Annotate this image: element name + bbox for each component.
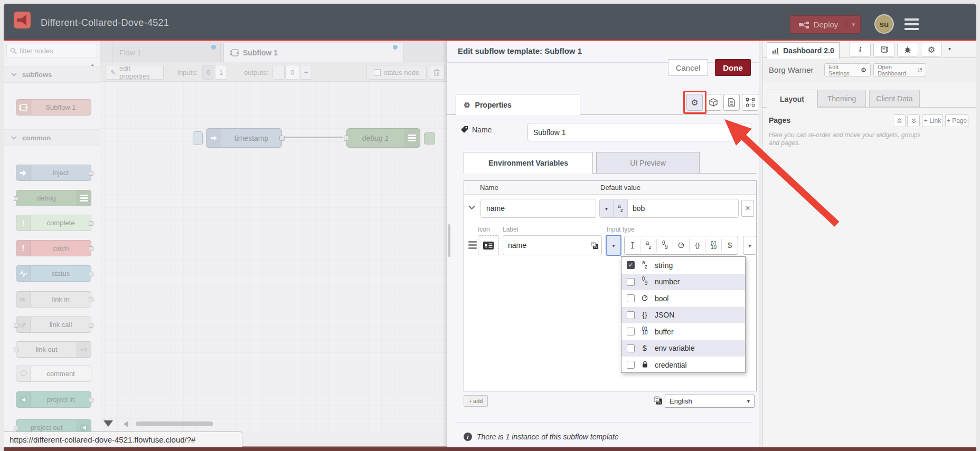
help-tab-button[interactable] [873,43,894,56]
env-type-icon: $ [639,344,650,352]
json-type-icon: {} [689,239,705,252]
language-select[interactable]: English ▼ [665,395,755,408]
input-type-menu: ✓ az string 09 number bool {} JSON [621,256,746,373]
env-var-icon-button[interactable] [478,235,499,255]
ui-widget-dropdown-button[interactable]: ▾ [743,236,757,255]
add-link-button[interactable]: + Link [922,114,943,127]
tray-title: Edit subflow template: Subflow 1 [458,46,582,55]
tag-icon [460,125,469,134]
number-type-icon: 09 [656,239,673,252]
double-chevron-up-icon [897,118,902,123]
number-type-icon: 09 [639,277,650,286]
tray-resize-handle[interactable] [448,224,450,257]
menu-item-buffer[interactable]: 0110 buffer [621,323,745,340]
env-var-value-typedinput: ▾ az bob [599,199,739,218]
divider [447,62,759,63]
deploy-icon [799,21,809,28]
env-var-label-value[interactable]: name [503,236,588,255]
sidebar-splitter[interactable] [759,41,762,447]
menu-item-json[interactable]: {} JSON [621,307,745,324]
edit-subflow-tray: Edit subflow template: Subflow 1 Cancel … [447,41,759,447]
subflow-name-input[interactable] [527,123,751,141]
bool-type-icon [639,294,650,303]
tab-ui-preview[interactable]: UI Preview [596,152,700,174]
info-tab-button[interactable]: i [850,43,871,56]
done-button[interactable]: Done [715,59,751,76]
tab-client-data[interactable]: Client Data [869,90,920,107]
icon-label: Icon [478,226,490,233]
status-url-bar: https://different-collared-dove-4521.flo… [4,431,242,447]
expand-all-button[interactable] [907,114,920,127]
user-avatar[interactable]: su [874,14,894,34]
add-env-var-button[interactable]: +add [464,395,488,407]
open-dashboard-button[interactable]: Open Dashboard [873,63,926,76]
gear-icon: ⚙ [861,66,866,74]
menu-item-env-variable[interactable]: $ env variable [621,340,745,357]
tab-layout[interactable]: Layout [767,90,817,108]
remove-env-var-button[interactable]: × [741,200,754,217]
add-page-button[interactable]: + Page [945,114,968,127]
row-expand-chevron-icon[interactable] [468,205,475,210]
palette-scroll-down-icon[interactable] [103,420,113,427]
input-type-label: Input type [607,226,635,233]
tab-theming[interactable]: Theming [817,90,866,107]
divider [456,422,751,423]
debug-tab-button[interactable] [897,43,918,56]
col-name: Name [480,184,498,191]
tab-properties[interactable]: ⚙ Properties [456,94,580,115]
name-label: Name [472,126,492,134]
menu-item-bool[interactable]: bool [621,290,745,307]
chevron-down-icon: ▼ [746,399,751,404]
menu-item-credential[interactable]: credential [621,357,745,373]
string-type-icon: az [639,261,650,270]
collapse-all-button[interactable] [893,114,906,127]
edit-settings-button[interactable]: Edit Settings ⚙ [824,63,871,76]
checkbox[interactable] [627,278,635,286]
gear-icon: ⚙ [464,101,470,109]
config-tab-button[interactable]: ⚙ [921,43,942,56]
tab-dashboard-2[interactable]: Dashboard 2.0 [767,42,840,59]
type-select-caret[interactable]: ▾ [600,199,614,217]
sidebar-more-caret[interactable]: ▾ [948,46,951,52]
checkbox[interactable] [627,344,635,352]
translate-icon[interactable]: A [588,236,601,255]
app-window: Different-Collared-Dove-4521 Deploy ▾ su [0,0,980,451]
label-label: Label [503,226,518,233]
deploy-options-caret[interactable]: ▾ [846,21,860,28]
module-properties-button[interactable] [705,94,721,111]
appearance-button[interactable] [742,94,758,111]
string-type-icon: az [614,199,628,217]
env-var-value[interactable]: bob [628,199,738,217]
tab-environment-variables[interactable]: Environment Variables [464,152,593,174]
instance-title: Different-Collared-Dove-4521 [41,17,169,28]
workspace-dim-overlay [4,41,447,447]
cancel-button[interactable]: Cancel [668,59,708,76]
menu-item-number[interactable]: 09 number [621,274,745,291]
selection-frame-icon [746,98,755,107]
dashboard-name: Borg Warner [769,65,813,74]
json-type-icon: {} [639,311,650,319]
translate-icon: A [654,396,663,405]
main-menu-button[interactable] [904,18,919,30]
bug-icon [904,46,911,53]
cube-icon [709,98,718,107]
input-type-dropdown-button[interactable]: ▾ [606,235,621,256]
drag-handle[interactable] [468,241,477,249]
deploy-button[interactable]: Deploy ▾ [790,15,861,34]
description-button[interactable] [723,94,740,111]
checkbox-checked[interactable]: ✓ [627,261,635,269]
checkbox[interactable] [627,311,635,319]
header-bar: Different-Collared-Dove-4521 Deploy ▾ su [4,4,976,40]
pages-section-label: Pages [769,116,790,124]
checkbox[interactable] [627,361,635,369]
env-var-name-input[interactable] [480,199,596,218]
external-link-icon [918,68,922,73]
id-card-icon [483,242,494,250]
checkbox[interactable] [627,294,635,302]
bar-chart-icon [772,47,779,54]
book-icon [880,46,888,53]
bool-type-icon [673,239,689,252]
menu-item-string[interactable]: ✓ az string [621,257,745,274]
instance-count-note: There is 1 instance of this subflow temp… [477,433,618,441]
checkbox[interactable] [627,328,635,335]
